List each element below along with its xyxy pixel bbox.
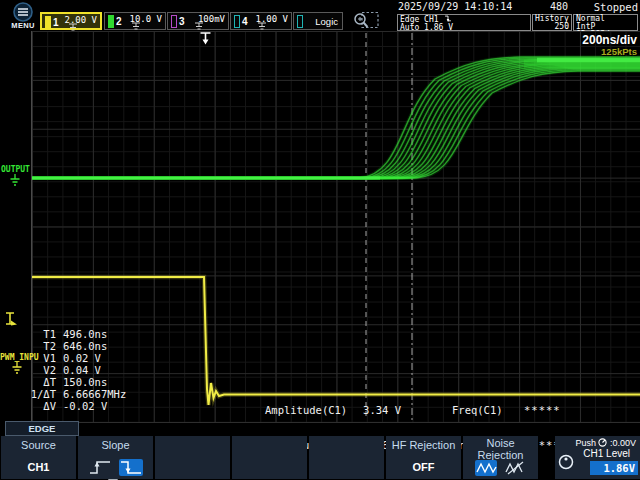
noisy-wave-icon [475, 460, 497, 476]
logic-color-bar [297, 15, 303, 28]
readout-line: 1/ΔT6.66667MHz [2, 388, 126, 400]
coupling-icon [68, 23, 78, 31]
ch2-output-trace-glow [32, 65, 640, 179]
rising-edge-icon [88, 459, 112, 476]
wave-crossed-icon [504, 460, 526, 476]
channel-box-1[interactable]: 1 2.00 V [40, 12, 102, 30]
ch2-output-trace-glow [32, 57, 640, 178]
readout-line: ΔT150.0ns [2, 376, 126, 388]
channel2-color-bar [108, 15, 114, 28]
coupling-icon [257, 22, 267, 30]
ch2-output-trace [32, 62, 640, 178]
noise-reject-low-button[interactable] [475, 460, 497, 476]
softkey-empty-3 [309, 436, 384, 479]
readout-line: ΔV-0.02 V [2, 400, 126, 412]
channel-box-2[interactable]: 2 10.0 V [104, 12, 166, 30]
trigger-menu-tab: EDGE [5, 421, 79, 436]
trigger-settings-box[interactable]: Edge CH1 Auto 1.86 V [397, 14, 531, 31]
falling-edge-icon [443, 15, 453, 23]
channel4-number: 4 [242, 16, 248, 27]
source-value: CH1 [1, 461, 76, 473]
ch2-output-trace [32, 67, 640, 178]
coupling-icon [131, 22, 141, 30]
level-knob-icon[interactable] [558, 454, 574, 470]
knob-push-icon [598, 438, 607, 447]
ch2-output-trace [32, 66, 640, 178]
readout-line: T2646.0ns [2, 340, 126, 352]
run-state: Stopped [594, 1, 638, 13]
ch2-output-trace-glow [32, 70, 640, 178]
ch2-output-trace-glow [32, 60, 640, 178]
channel4-color-bar [234, 15, 240, 28]
oscilloscope-screen: MENU 1 2.00 V 2 10.0 V 3 100mV 4 1.00 V … [0, 0, 640, 480]
history-value: 250 [535, 23, 569, 31]
logic-label: Logic [315, 16, 338, 27]
channel-box-4[interactable]: 4 1.00 V [230, 12, 292, 30]
freq-c1: Freq(C1)***** [452, 405, 561, 417]
datetime: 2025/09/29 14:10:14 [398, 1, 512, 12]
hamburger-icon [12, 2, 34, 22]
ch2-output-trace [32, 71, 640, 178]
ch2-output-trace-glow [32, 69, 640, 178]
ch2-output-trace [32, 61, 640, 178]
ch2-output-trace [32, 69, 640, 178]
noise-rejection-label-1: Noise [463, 437, 538, 449]
menu-label: MENU [7, 21, 39, 30]
ch2-output-trace [32, 58, 640, 178]
history-box[interactable]: History 250 [532, 14, 572, 31]
ch2-output-trace-glow [32, 71, 640, 178]
hf-rejection-label: HF Rejection [386, 439, 461, 451]
trigger-level-value[interactable]: 1.86V [590, 461, 638, 475]
channel1-number: 1 [53, 17, 59, 28]
softkey-source[interactable]: Source CH1 [1, 436, 76, 479]
ch2-trace-label: OUTPUT [1, 165, 30, 174]
channel3-number: 3 [179, 16, 185, 27]
softkey-empty-1 [155, 436, 230, 479]
softkey-slope: Slope [78, 436, 153, 479]
readout-line: V10.02 V [2, 352, 126, 364]
ch2-output-trace [32, 64, 640, 179]
ch2-output-trace-glow [32, 62, 640, 178]
ch2-output-trace-glow [32, 58, 640, 178]
ch2-output-trace [32, 70, 640, 178]
acquisition-count: 480 [520, 1, 568, 12]
channel-box-3[interactable]: 3 100mV [167, 12, 229, 30]
slope-label: Slope [78, 439, 153, 451]
channel3-color-bar [171, 15, 177, 28]
menu-button[interactable]: MENU [7, 2, 39, 30]
noise-reject-off-button[interactable] [504, 460, 526, 476]
softkey-empty-2 [232, 436, 307, 479]
hf-rejection-value: OFF [386, 461, 461, 473]
readout-line: T1496.0ns [2, 328, 126, 340]
ch2-output-trace-glow [32, 68, 640, 178]
slope-falling-button[interactable] [119, 459, 143, 476]
falling-edge-icon [119, 459, 143, 476]
trigger-level-marker[interactable] [4, 311, 18, 327]
ch2-output-trace-glow [32, 64, 640, 179]
amp-c1: Amplitude(C1)3.34 V [265, 405, 401, 417]
push-hint: Push :0.00V [555, 438, 636, 448]
softkey-noise-rejection: Noise Rejection [463, 436, 538, 479]
readout-line: V20.04 V [2, 364, 126, 376]
acquisition-mode-box[interactable]: Normal IntP 62.5GS/s [573, 14, 638, 31]
ch2-output-trace-glow [32, 67, 640, 178]
ch2-output-trace [32, 59, 640, 178]
ch2-output-trace-glow [32, 61, 640, 178]
ch2-output-trace [32, 65, 640, 179]
record-length-readout: 125kPts [601, 46, 637, 57]
softkey-hf-rejection[interactable]: HF Rejection OFF [386, 436, 461, 479]
ch2-output-trace [32, 57, 640, 178]
zoom-search-icon[interactable] [352, 11, 380, 31]
channel2-number: 2 [116, 16, 122, 27]
cursor-readout: T1496.0ns T2646.0ns V10.02 V V20.04 V ΔT… [2, 328, 126, 412]
ch2-output-trace [32, 68, 640, 178]
ch2-output-trace [32, 60, 640, 178]
timebase-readout: 200ns/div [582, 33, 637, 47]
ch2-output-trace-glow [32, 59, 640, 178]
ch2-ground-icon [9, 174, 21, 187]
coupling-icon [194, 22, 204, 30]
level-knob-panel: Push :0.00V CH1 Level 1.86V [555, 436, 640, 479]
logic-box[interactable]: Logic [293, 12, 343, 30]
trigger-position-marker[interactable] [199, 32, 212, 46]
slope-rising-button[interactable] [88, 459, 112, 476]
